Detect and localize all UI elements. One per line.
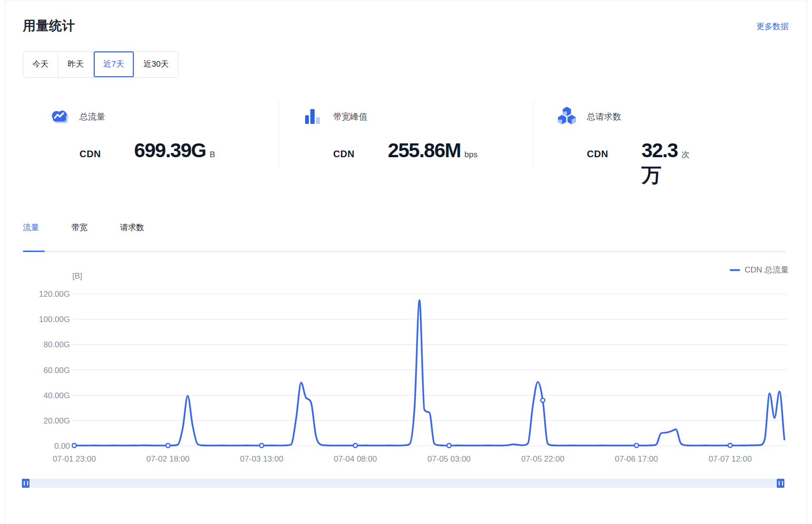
- svg-text:20.00G: 20.00G: [43, 416, 70, 425]
- svg-text:07-05 22:00: 07-05 22:00: [521, 454, 564, 464]
- cloud-traffic-icon: [49, 106, 70, 128]
- svg-text:[B]: [B]: [72, 272, 82, 281]
- svg-text:07-01 23:00: 07-01 23:00: [53, 454, 96, 464]
- card-prefix: CDN: [79, 149, 101, 160]
- request-cubes-icon: [556, 106, 578, 128]
- card-divider: [278, 101, 279, 167]
- svg-text:07-06 17:00: 07-06 17:00: [615, 454, 658, 464]
- total-traffic-card: 总流量 CDN 699.39G B: [49, 106, 215, 162]
- range-tab-last30days[interactable]: 近30天: [134, 51, 178, 77]
- slider-right-handle[interactable]: [777, 479, 784, 488]
- svg-text:60.00G: 60.00G: [43, 366, 70, 375]
- tabs-divider: [23, 251, 786, 252]
- date-range-tabs: 今天 昨天 近7天 近30天: [23, 51, 178, 78]
- metric-tabs: 流量 带宽 请求数: [23, 222, 177, 238]
- slider-grip-icon: [24, 481, 28, 485]
- range-tab-today[interactable]: 今天: [23, 51, 58, 77]
- peak-bandwidth-unit: bps: [465, 150, 477, 160]
- card-label: 总流量: [79, 111, 105, 122]
- svg-text:40.00G: 40.00G: [43, 391, 70, 400]
- svg-text:120.00G: 120.00G: [39, 290, 70, 299]
- svg-text:80.00G: 80.00G: [43, 340, 70, 349]
- svg-text:07-02 18:00: 07-02 18:00: [146, 454, 189, 464]
- svg-text:0.00: 0.00: [54, 442, 70, 451]
- page-title: 用量统计: [23, 17, 75, 34]
- tab-requests[interactable]: 请求数: [120, 222, 144, 238]
- total-requests-value: 32.3万: [642, 139, 678, 189]
- card-prefix: CDN: [587, 149, 608, 160]
- active-tab-underline: [23, 251, 45, 252]
- card-label: 带宽峰值: [333, 111, 367, 122]
- total-traffic-value: 699.39G: [134, 139, 206, 162]
- more-data-link[interactable]: 更多数据: [756, 21, 789, 32]
- slider-grip-icon: [779, 481, 783, 485]
- svg-text:07-05 03:00: 07-05 03:00: [427, 454, 471, 464]
- card-prefix: CDN: [333, 149, 355, 160]
- range-tab-last7days[interactable]: 近7天: [94, 51, 134, 77]
- traffic-line-chart[interactable]: 120.00G100.00G80.00G60.00G40.00G20.00G0.…: [0, 257, 812, 479]
- tab-bandwidth[interactable]: 带宽: [71, 222, 88, 238]
- usage-stats-panel: 用量统计 更多数据 今天 昨天 近7天 近30天 总流量 CDN 699.39G…: [0, 0, 812, 524]
- total-requests-unit: 次: [682, 149, 690, 160]
- peak-bandwidth-value: 255.86M: [388, 139, 461, 162]
- peak-bandwidth-card: 带宽峰值 CDN 255.86M bps: [302, 106, 477, 162]
- total-requests-card: 总请求数 CDN 32.3万 次: [556, 106, 690, 189]
- slider-left-handle[interactable]: [22, 479, 30, 488]
- svg-text:07-07 12:00: 07-07 12:00: [709, 454, 752, 464]
- data-zoom-slider[interactable]: [22, 479, 784, 488]
- svg-text:100.00G: 100.00G: [39, 315, 70, 324]
- card-label: 总请求数: [587, 111, 621, 122]
- bandwidth-bars-icon: [302, 106, 324, 128]
- total-traffic-unit: B: [209, 150, 215, 160]
- card-divider: [533, 101, 534, 167]
- svg-text:07-03 13:00: 07-03 13:00: [240, 454, 283, 464]
- svg-text:07-04 08:00: 07-04 08:00: [334, 454, 377, 464]
- range-tab-yesterday[interactable]: 昨天: [58, 51, 94, 77]
- tab-traffic[interactable]: 流量: [23, 222, 39, 238]
